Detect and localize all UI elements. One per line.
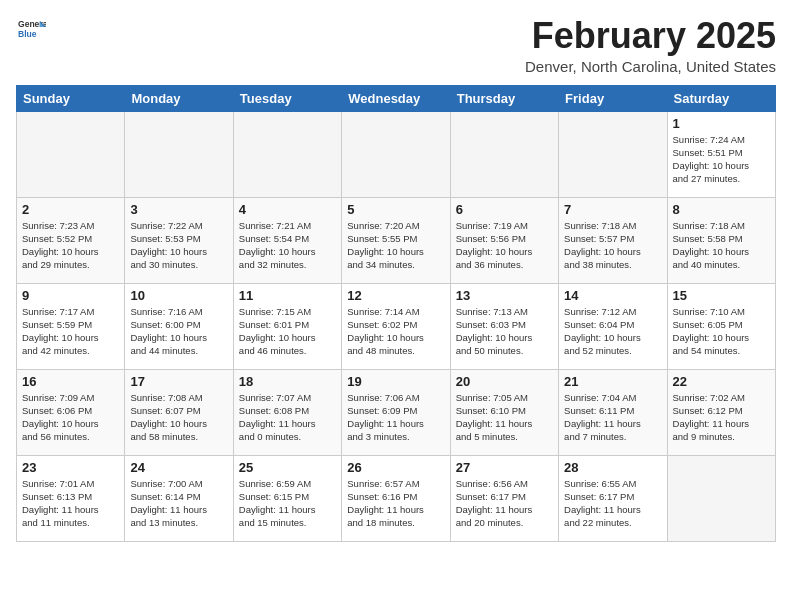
day-info: Sunrise: 7:24 AM Sunset: 5:51 PM Dayligh… bbox=[673, 133, 770, 186]
day-cell: 11Sunrise: 7:15 AM Sunset: 6:01 PM Dayli… bbox=[233, 283, 341, 369]
day-cell: 28Sunrise: 6:55 AM Sunset: 6:17 PM Dayli… bbox=[559, 455, 667, 541]
day-number: 15 bbox=[673, 288, 770, 303]
day-number: 7 bbox=[564, 202, 661, 217]
day-number: 25 bbox=[239, 460, 336, 475]
day-number: 16 bbox=[22, 374, 119, 389]
day-cell bbox=[125, 111, 233, 197]
day-info: Sunrise: 7:06 AM Sunset: 6:09 PM Dayligh… bbox=[347, 391, 444, 444]
week-row-1: 1Sunrise: 7:24 AM Sunset: 5:51 PM Daylig… bbox=[17, 111, 776, 197]
day-info: Sunrise: 7:17 AM Sunset: 5:59 PM Dayligh… bbox=[22, 305, 119, 358]
day-number: 12 bbox=[347, 288, 444, 303]
logo-icon: General Blue bbox=[18, 16, 46, 44]
day-number: 10 bbox=[130, 288, 227, 303]
weekday-header-tuesday: Tuesday bbox=[233, 85, 341, 111]
day-info: Sunrise: 7:13 AM Sunset: 6:03 PM Dayligh… bbox=[456, 305, 553, 358]
day-info: Sunrise: 6:59 AM Sunset: 6:15 PM Dayligh… bbox=[239, 477, 336, 530]
day-number: 4 bbox=[239, 202, 336, 217]
day-number: 11 bbox=[239, 288, 336, 303]
day-info: Sunrise: 7:18 AM Sunset: 5:58 PM Dayligh… bbox=[673, 219, 770, 272]
weekday-header-friday: Friday bbox=[559, 85, 667, 111]
day-number: 27 bbox=[456, 460, 553, 475]
day-info: Sunrise: 7:18 AM Sunset: 5:57 PM Dayligh… bbox=[564, 219, 661, 272]
day-cell: 22Sunrise: 7:02 AM Sunset: 6:12 PM Dayli… bbox=[667, 369, 775, 455]
day-number: 13 bbox=[456, 288, 553, 303]
day-cell: 14Sunrise: 7:12 AM Sunset: 6:04 PM Dayli… bbox=[559, 283, 667, 369]
location: Denver, North Carolina, United States bbox=[525, 58, 776, 75]
day-cell bbox=[450, 111, 558, 197]
week-row-4: 16Sunrise: 7:09 AM Sunset: 6:06 PM Dayli… bbox=[17, 369, 776, 455]
day-cell: 6Sunrise: 7:19 AM Sunset: 5:56 PM Daylig… bbox=[450, 197, 558, 283]
day-number: 24 bbox=[130, 460, 227, 475]
day-number: 5 bbox=[347, 202, 444, 217]
calendar-table: SundayMondayTuesdayWednesdayThursdayFrid… bbox=[16, 85, 776, 542]
day-info: Sunrise: 7:02 AM Sunset: 6:12 PM Dayligh… bbox=[673, 391, 770, 444]
day-info: Sunrise: 7:09 AM Sunset: 6:06 PM Dayligh… bbox=[22, 391, 119, 444]
day-info: Sunrise: 7:21 AM Sunset: 5:54 PM Dayligh… bbox=[239, 219, 336, 272]
week-row-2: 2Sunrise: 7:23 AM Sunset: 5:52 PM Daylig… bbox=[17, 197, 776, 283]
weekday-header-thursday: Thursday bbox=[450, 85, 558, 111]
weekday-header-sunday: Sunday bbox=[17, 85, 125, 111]
day-info: Sunrise: 6:57 AM Sunset: 6:16 PM Dayligh… bbox=[347, 477, 444, 530]
day-cell: 5Sunrise: 7:20 AM Sunset: 5:55 PM Daylig… bbox=[342, 197, 450, 283]
day-cell: 10Sunrise: 7:16 AM Sunset: 6:00 PM Dayli… bbox=[125, 283, 233, 369]
day-cell bbox=[342, 111, 450, 197]
day-info: Sunrise: 7:08 AM Sunset: 6:07 PM Dayligh… bbox=[130, 391, 227, 444]
day-number: 21 bbox=[564, 374, 661, 389]
day-number: 2 bbox=[22, 202, 119, 217]
day-cell: 2Sunrise: 7:23 AM Sunset: 5:52 PM Daylig… bbox=[17, 197, 125, 283]
week-row-5: 23Sunrise: 7:01 AM Sunset: 6:13 PM Dayli… bbox=[17, 455, 776, 541]
day-cell: 13Sunrise: 7:13 AM Sunset: 6:03 PM Dayli… bbox=[450, 283, 558, 369]
day-cell: 17Sunrise: 7:08 AM Sunset: 6:07 PM Dayli… bbox=[125, 369, 233, 455]
day-info: Sunrise: 6:56 AM Sunset: 6:17 PM Dayligh… bbox=[456, 477, 553, 530]
day-cell: 15Sunrise: 7:10 AM Sunset: 6:05 PM Dayli… bbox=[667, 283, 775, 369]
day-number: 8 bbox=[673, 202, 770, 217]
day-cell: 7Sunrise: 7:18 AM Sunset: 5:57 PM Daylig… bbox=[559, 197, 667, 283]
day-info: Sunrise: 6:55 AM Sunset: 6:17 PM Dayligh… bbox=[564, 477, 661, 530]
day-cell: 23Sunrise: 7:01 AM Sunset: 6:13 PM Dayli… bbox=[17, 455, 125, 541]
day-number: 26 bbox=[347, 460, 444, 475]
day-info: Sunrise: 7:01 AM Sunset: 6:13 PM Dayligh… bbox=[22, 477, 119, 530]
day-cell: 24Sunrise: 7:00 AM Sunset: 6:14 PM Dayli… bbox=[125, 455, 233, 541]
day-cell: 27Sunrise: 6:56 AM Sunset: 6:17 PM Dayli… bbox=[450, 455, 558, 541]
logo: General Blue bbox=[16, 16, 46, 48]
day-number: 6 bbox=[456, 202, 553, 217]
day-info: Sunrise: 7:20 AM Sunset: 5:55 PM Dayligh… bbox=[347, 219, 444, 272]
day-cell bbox=[559, 111, 667, 197]
day-cell: 18Sunrise: 7:07 AM Sunset: 6:08 PM Dayli… bbox=[233, 369, 341, 455]
day-number: 20 bbox=[456, 374, 553, 389]
day-cell: 12Sunrise: 7:14 AM Sunset: 6:02 PM Dayli… bbox=[342, 283, 450, 369]
svg-text:Blue: Blue bbox=[18, 29, 37, 39]
weekday-header-row: SundayMondayTuesdayWednesdayThursdayFrid… bbox=[17, 85, 776, 111]
day-number: 1 bbox=[673, 116, 770, 131]
day-info: Sunrise: 7:14 AM Sunset: 6:02 PM Dayligh… bbox=[347, 305, 444, 358]
day-cell bbox=[233, 111, 341, 197]
day-cell: 8Sunrise: 7:18 AM Sunset: 5:58 PM Daylig… bbox=[667, 197, 775, 283]
day-number: 17 bbox=[130, 374, 227, 389]
month-title: February 2025 bbox=[525, 16, 776, 56]
day-info: Sunrise: 7:10 AM Sunset: 6:05 PM Dayligh… bbox=[673, 305, 770, 358]
day-info: Sunrise: 7:23 AM Sunset: 5:52 PM Dayligh… bbox=[22, 219, 119, 272]
day-info: Sunrise: 7:15 AM Sunset: 6:01 PM Dayligh… bbox=[239, 305, 336, 358]
day-info: Sunrise: 7:00 AM Sunset: 6:14 PM Dayligh… bbox=[130, 477, 227, 530]
day-cell bbox=[17, 111, 125, 197]
weekday-header-saturday: Saturday bbox=[667, 85, 775, 111]
day-info: Sunrise: 7:12 AM Sunset: 6:04 PM Dayligh… bbox=[564, 305, 661, 358]
day-number: 18 bbox=[239, 374, 336, 389]
day-number: 3 bbox=[130, 202, 227, 217]
day-info: Sunrise: 7:05 AM Sunset: 6:10 PM Dayligh… bbox=[456, 391, 553, 444]
day-number: 22 bbox=[673, 374, 770, 389]
day-info: Sunrise: 7:04 AM Sunset: 6:11 PM Dayligh… bbox=[564, 391, 661, 444]
day-info: Sunrise: 7:07 AM Sunset: 6:08 PM Dayligh… bbox=[239, 391, 336, 444]
day-number: 28 bbox=[564, 460, 661, 475]
day-number: 19 bbox=[347, 374, 444, 389]
day-cell: 26Sunrise: 6:57 AM Sunset: 6:16 PM Dayli… bbox=[342, 455, 450, 541]
day-cell: 3Sunrise: 7:22 AM Sunset: 5:53 PM Daylig… bbox=[125, 197, 233, 283]
page-header: General Blue February 2025 Denver, North… bbox=[16, 16, 776, 75]
day-number: 9 bbox=[22, 288, 119, 303]
day-cell: 20Sunrise: 7:05 AM Sunset: 6:10 PM Dayli… bbox=[450, 369, 558, 455]
day-number: 23 bbox=[22, 460, 119, 475]
day-info: Sunrise: 7:22 AM Sunset: 5:53 PM Dayligh… bbox=[130, 219, 227, 272]
day-number: 14 bbox=[564, 288, 661, 303]
day-cell: 9Sunrise: 7:17 AM Sunset: 5:59 PM Daylig… bbox=[17, 283, 125, 369]
day-cell: 19Sunrise: 7:06 AM Sunset: 6:09 PM Dayli… bbox=[342, 369, 450, 455]
